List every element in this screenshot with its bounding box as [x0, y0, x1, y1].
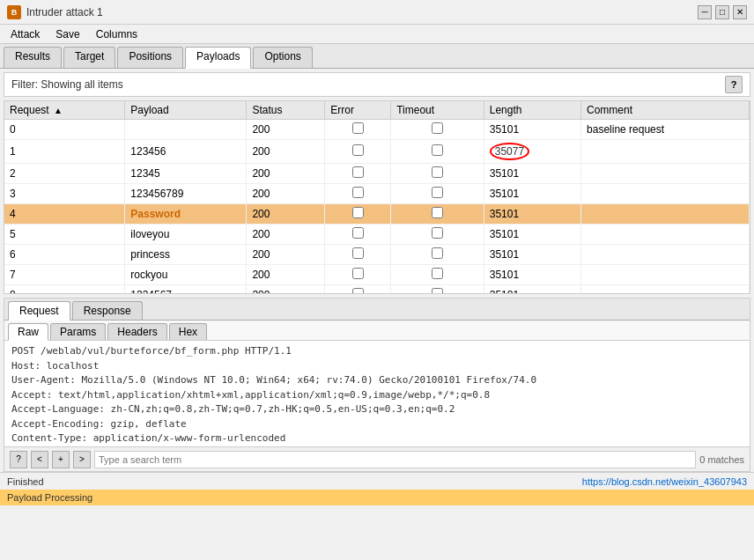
col-request[interactable]: Request ▲	[4, 101, 125, 120]
cell-length: 35101	[484, 225, 580, 245]
subtab-params[interactable]: Params	[50, 323, 106, 340]
cell-comment	[581, 164, 750, 184]
tab-response[interactable]: Response	[72, 301, 143, 320]
request-line: POST /weblab/vul/burteforce/bf_form.php …	[11, 344, 743, 359]
subtab-headers[interactable]: Headers	[107, 323, 166, 340]
search-input[interactable]	[94, 451, 696, 468]
timeout-checkbox[interactable]	[432, 207, 443, 218]
request-line: Accept: text/html,application/xhtml+xml,…	[11, 388, 743, 403]
timeout-checkbox[interactable]	[432, 268, 443, 279]
sort-icon: ▲	[54, 106, 63, 115]
error-checkbox[interactable]	[352, 288, 364, 294]
cell-request: 8	[4, 285, 125, 295]
search-help-button[interactable]: ?	[10, 451, 27, 468]
error-checkbox[interactable]	[352, 247, 364, 259]
table-row[interactable]: 5iloveyou20035101	[4, 225, 750, 245]
filter-help-button[interactable]: ?	[725, 76, 743, 93]
cell-length: 35101	[484, 164, 580, 184]
error-checkbox[interactable]	[352, 268, 364, 279]
cell-comment	[581, 204, 750, 225]
search-prev-button[interactable]: <	[31, 451, 48, 468]
subtab-hex[interactable]: Hex	[169, 323, 207, 340]
close-button[interactable]: ✕	[733, 5, 747, 19]
col-error[interactable]: Error	[325, 101, 391, 120]
request-line: User-Agent: Mozilla/5.0 (Windows NT 10.0…	[11, 373, 743, 388]
maximize-button[interactable]: □	[715, 5, 729, 19]
col-comment[interactable]: Comment	[581, 101, 750, 120]
col-length[interactable]: Length	[484, 101, 580, 120]
cell-request: 0	[4, 120, 125, 140]
cell-status: 200	[247, 164, 325, 184]
cell-comment	[581, 225, 750, 245]
tab-results[interactable]: Results	[4, 47, 62, 68]
subtab-raw[interactable]: Raw	[8, 323, 48, 341]
table-row[interactable]: 6princess20035101	[4, 245, 750, 265]
col-status[interactable]: Status	[247, 101, 325, 120]
error-checkbox[interactable]	[352, 207, 364, 218]
cell-request: 6	[4, 245, 125, 265]
menu-attack[interactable]: Attack	[4, 26, 47, 41]
main-tabs: Results Target Positions Payloads Option…	[0, 44, 754, 69]
col-payload[interactable]: Payload	[125, 101, 247, 120]
cell-timeout	[391, 285, 484, 295]
table-row[interactable]: 020035101baseline request	[4, 120, 750, 140]
col-timeout[interactable]: Timeout	[391, 101, 484, 120]
tab-target[interactable]: Target	[63, 47, 115, 68]
cell-timeout	[391, 164, 484, 184]
cell-payload: iloveyou	[125, 225, 247, 245]
filter-bar: Filter: Showing all items ?	[4, 72, 750, 97]
tab-request[interactable]: Request	[8, 301, 70, 321]
timeout-checkbox[interactable]	[432, 288, 443, 294]
table-row[interactable]: 312345678920035101	[4, 184, 750, 204]
status-bar: Finished https://blog.csdn.net/weixin_43…	[0, 472, 754, 490]
table-row[interactable]: 7rockyou20035101	[4, 265, 750, 285]
table-row[interactable]: 8123456720035101	[4, 285, 750, 295]
cell-error	[325, 204, 391, 225]
cell-request: 7	[4, 265, 125, 285]
timeout-checkbox[interactable]	[432, 247, 443, 259]
cell-comment	[581, 265, 750, 285]
minimize-button[interactable]: ─	[698, 5, 712, 19]
sub-tabs: Raw Params Headers Hex	[4, 321, 750, 341]
timeout-checkbox[interactable]	[432, 166, 443, 178]
request-line: Accept-Language: zh-CN,zh;q=0.8,zh-TW;q=…	[11, 402, 743, 417]
menu-save[interactable]: Save	[48, 26, 86, 41]
timeout-checkbox[interactable]	[432, 187, 443, 198]
cell-length: 35101	[484, 245, 580, 265]
cell-comment	[581, 184, 750, 204]
error-checkbox[interactable]	[352, 166, 364, 178]
search-next-button[interactable]: +	[52, 451, 70, 468]
error-checkbox[interactable]	[352, 122, 364, 134]
cell-error	[325, 265, 391, 285]
cell-comment	[581, 285, 750, 295]
timeout-checkbox[interactable]	[432, 122, 443, 134]
tab-payloads[interactable]: Payloads	[185, 47, 251, 69]
cell-request: 2	[4, 164, 125, 184]
error-checkbox[interactable]	[352, 227, 364, 239]
table-row[interactable]: 112345620035077	[4, 140, 750, 164]
error-checkbox[interactable]	[352, 187, 364, 198]
cell-length: 35077	[484, 140, 580, 164]
cell-payload: 12345	[125, 164, 247, 184]
cell-payload: 123456	[125, 140, 247, 164]
menu-columns[interactable]: Columns	[89, 26, 144, 41]
cell-timeout	[391, 225, 484, 245]
tab-positions[interactable]: Positions	[117, 47, 183, 68]
search-extra-button[interactable]: >	[73, 451, 91, 468]
table-row[interactable]: 4Password20035101	[4, 204, 750, 225]
title-bar: B Intruder attack 1 ─ □ ✕	[0, 0, 754, 25]
cell-timeout	[391, 140, 484, 164]
cell-error	[325, 120, 391, 140]
cell-payload	[125, 120, 247, 140]
error-checkbox[interactable]	[352, 144, 364, 156]
results-table-container[interactable]: Request ▲ Payload Status Error Timeout L…	[4, 100, 750, 294]
bottom-tabs: Request Response	[4, 298, 750, 321]
search-matches: 0 matches	[699, 454, 744, 465]
timeout-checkbox[interactable]	[432, 144, 443, 156]
cell-length: 35101	[484, 285, 580, 295]
title-bar-left: B Intruder attack 1	[7, 5, 103, 19]
tab-options[interactable]: Options	[253, 47, 312, 68]
cell-error	[325, 225, 391, 245]
timeout-checkbox[interactable]	[432, 227, 443, 239]
table-row[interactable]: 21234520035101	[4, 164, 750, 184]
